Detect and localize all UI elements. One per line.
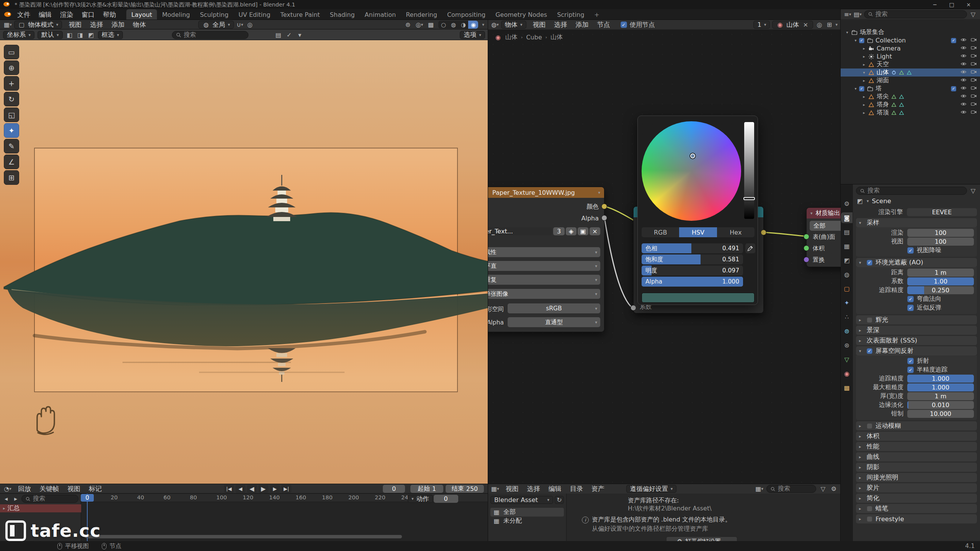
collection-checkbox[interactable]: ✓ (859, 38, 864, 43)
expander-icon[interactable]: ▾ (852, 86, 859, 91)
panel-header-体积[interactable]: ▸体积 (856, 432, 977, 441)
wheel-cursor[interactable] (690, 153, 695, 158)
play-reverse-button[interactable]: ◀ (247, 485, 257, 493)
volume-input-socket[interactable] (804, 245, 809, 251)
panel-checkbox[interactable] (867, 423, 872, 429)
workspace-tab-Layout[interactable]: Layout (126, 9, 157, 20)
tool-measure-icon[interactable]: ∠ (4, 155, 19, 169)
value-厚(宽)度[interactable]: 1 m (907, 392, 974, 400)
tool-add-cube-icon[interactable]: ⊞ (4, 170, 19, 185)
checkbox-半精度追踪[interactable]: ✓ (907, 367, 914, 373)
viewport-menu-添加[interactable]: 添加 (107, 20, 129, 29)
shader-editor-icon[interactable]: ◍▾ (491, 21, 499, 28)
hide-eye-icon[interactable] (960, 109, 967, 117)
properties-tab-object[interactable]: ▢ (841, 283, 853, 294)
color-tab-RGB[interactable]: RGB (642, 227, 679, 237)
properties-tab-texture[interactable]: ▩ (841, 382, 853, 393)
minimize-button[interactable]: ─ (926, 0, 943, 9)
unlink-image-icon[interactable]: × (590, 227, 600, 235)
channel-prev-icon[interactable]: ◂ (2, 495, 10, 502)
use-nodes-checkbox[interactable]: ✓ (621, 21, 627, 28)
expander-icon[interactable]: ▸ (861, 111, 867, 115)
shader-menu-视图[interactable]: 视图 (529, 20, 550, 29)
material-selector[interactable]: ◉ 山体 × (772, 21, 813, 29)
panel-header-性能[interactable]: ▸性能 (856, 442, 977, 451)
asset-editor-icon[interactable]: ▦▾ (491, 485, 499, 492)
properties-tab-view-layer[interactable]: ▦ (841, 241, 853, 251)
overlays-icon[interactable]: ◎▾ (415, 21, 423, 28)
jump-to-end-button[interactable]: ▶| (281, 485, 291, 493)
value-钳制[interactable]: 10.000 (907, 410, 974, 418)
eyedropper-button[interactable] (745, 243, 755, 253)
render-visibility-camera-icon[interactable] (971, 69, 977, 77)
interpolation-dropdown[interactable]: 线性▾ (488, 247, 600, 257)
asset-settings-icon[interactable]: ⚙ (830, 485, 838, 492)
include-checkbox[interactable]: ✓ (951, 38, 956, 43)
asset-menu-视图[interactable]: 视图 (501, 484, 523, 494)
tool-annotate-icon[interactable]: ✎ (4, 139, 19, 153)
panel-header-次表面散射 (SSS)[interactable]: ▸次表面散射 (SSS) (856, 336, 977, 345)
hide-eye-icon[interactable] (960, 77, 967, 85)
outliner-row-Camera[interactable]: ▸Camera (841, 44, 980, 52)
shading-solid-icon[interactable]: ◍ (448, 21, 458, 29)
panel-header-屏幕空间反射[interactable]: ▾✓屏幕空间反射 (856, 346, 977, 355)
workspace-tab-Compositing[interactable]: Compositing (442, 9, 490, 20)
close-button[interactable]: × (960, 0, 977, 9)
shading-material-icon[interactable]: ◑ (458, 21, 468, 29)
hide-eye-icon[interactable] (960, 93, 967, 101)
timeline-menu-标记[interactable]: 标记 (85, 484, 106, 494)
transform-orientation-dropdown[interactable]: ◍ 全局▾ (198, 21, 234, 29)
proportional-edit-icon[interactable]: ◎ (246, 21, 254, 28)
output-node-header[interactable]: ▾材质输出 (807, 208, 841, 218)
asset-menu-编辑[interactable]: 编辑 (544, 484, 566, 494)
timeline-menu-回放[interactable]: 回放 (14, 484, 35, 494)
refresh-library-icon[interactable]: ↻ (555, 496, 564, 504)
panel-header-胶片[interactable]: ▸胶片 (856, 483, 977, 492)
outliner-row-塔身[interactable]: ▸塔身 (841, 101, 980, 109)
outliner-row-塔顶[interactable]: ▸塔顶 (841, 109, 980, 117)
workspace-tab-Scripting[interactable]: Scripting (552, 9, 589, 20)
panel-header-运动模糊[interactable]: ▸运动模糊 (856, 421, 977, 430)
hide-eye-icon[interactable] (960, 69, 967, 77)
panel-checkbox[interactable] (867, 516, 872, 522)
prev-keyframe-button[interactable]: ◀ (235, 485, 245, 493)
xray-icon[interactable]: ▩ (427, 21, 434, 28)
timeline-menu-视图[interactable]: 视图 (63, 484, 85, 494)
properties-tab-output[interactable]: ▤ (841, 227, 853, 237)
tool-select-box-icon[interactable]: ▭ (4, 45, 19, 59)
timeline-scrollbar[interactable] (85, 535, 402, 538)
image-users-button[interactable]: 3 (553, 227, 565, 235)
panel-header-阴影[interactable]: ▸阴影 (856, 463, 977, 472)
checkbox-近似反弹[interactable]: ✓ (907, 305, 914, 311)
outliner-editor-icon[interactable]: ≡▾ (844, 11, 851, 18)
properties-tab-modifiers[interactable]: ✦ (841, 297, 853, 308)
action-value-field[interactable]: 0 (434, 495, 458, 503)
current-frame-field[interactable]: 0 (383, 485, 405, 493)
tool-rotate-icon[interactable]: ↻ (4, 92, 19, 106)
panel-header-Freestyle[interactable]: ▸Freestyle (856, 514, 977, 523)
shading-rendered-icon[interactable]: ◉ (468, 21, 478, 29)
display-mode-icon[interactable]: ▤▾ (854, 11, 862, 18)
panel-header-蜡笔[interactable]: ▸蜡笔 (856, 504, 977, 513)
workspace-tab-Sculpting[interactable]: Sculpting (195, 9, 234, 20)
workspace-tab-UV Editing[interactable]: UV Editing (234, 9, 275, 20)
tool-move-icon[interactable]: + (4, 76, 19, 91)
properties-tab-material[interactable]: ◉ (841, 368, 853, 379)
panel-header-采样[interactable]: ▾采样 (856, 218, 977, 227)
image-name-field[interactable]: Paper_Text... (488, 227, 552, 235)
expander-icon[interactable]: ▸ (861, 46, 867, 51)
channel-next-icon[interactable]: ▸ (12, 495, 20, 502)
tool-transform-icon[interactable]: ✦ (4, 123, 19, 138)
properties-tab-constraints[interactable]: ⊛ (841, 340, 853, 350)
shading-wireframe-icon[interactable]: ○ (438, 21, 448, 29)
value-slider[interactable] (744, 122, 754, 219)
material-output-node[interactable]: ▾材质输出 全部 表(曲)面 体积 置换 (806, 207, 841, 267)
asset-menu-目录[interactable]: 目录 (566, 484, 587, 494)
color-output-socket[interactable] (601, 204, 607, 209)
new-image-icon[interactable]: ▣ (578, 227, 588, 235)
outliner-row-天空[interactable]: ▸天空 (841, 60, 980, 68)
outliner-row-塔[interactable]: ▾✓塔✓ (841, 85, 980, 93)
expander-icon[interactable]: ▸ (861, 103, 867, 107)
expander-icon[interactable]: ▾ (861, 70, 867, 75)
workspace-tab-Shading[interactable]: Shading (325, 9, 360, 20)
